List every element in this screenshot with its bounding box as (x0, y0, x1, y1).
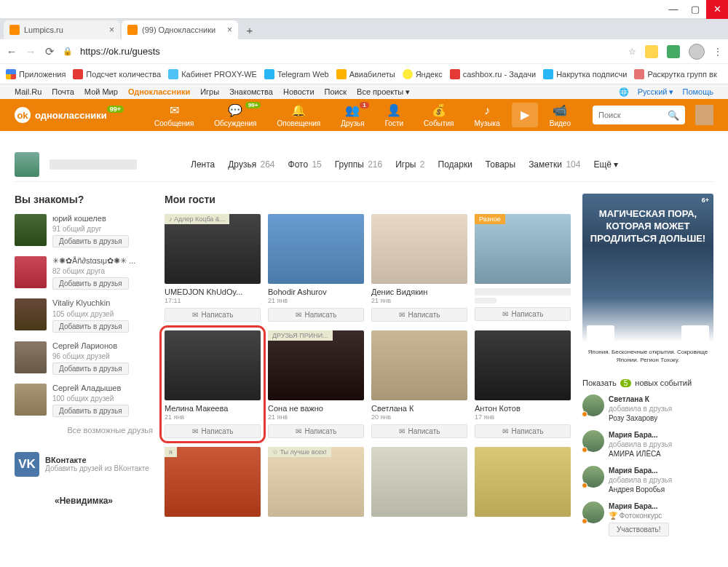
invisible-mode-block[interactable]: «Невидимка» (15, 496, 153, 506)
write-message-button[interactable]: ✉Написать (165, 308, 261, 322)
ad-banner[interactable]: 6+ МАГИЧЕСКАЯ ПОРА, КОТОРАЯ МОЖЕТ ПРОДЛИ… (582, 194, 713, 368)
nav-friends[interactable]: 👥Друзья1 (332, 103, 373, 127)
bookmark-item[interactable]: Яндекс (403, 69, 443, 79)
tab-close-icon[interactable]: × (227, 25, 232, 35)
event-target-link[interactable]: Розу Захарову (609, 414, 657, 422)
tab-games[interactable]: Игры 2 (395, 159, 424, 170)
guest-name[interactable]: Светлана К (371, 404, 467, 413)
search-icon[interactable]: 🔍 (668, 110, 679, 121)
tab-groups[interactable]: Группы 216 (335, 159, 382, 170)
write-message-button[interactable]: ✉Написать (268, 308, 364, 322)
mailru-link[interactable]: Поиск (325, 87, 347, 96)
bookmark-item[interactable]: Telegram Web (264, 69, 329, 79)
guest-photo[interactable] (475, 330, 571, 400)
guest-photo[interactable] (165, 330, 261, 400)
event-avatar[interactable] (582, 501, 604, 523)
tab-close-icon[interactable]: × (109, 25, 114, 35)
participate-button[interactable]: Участвовать! (609, 523, 669, 536)
bookmark-item[interactable]: Подсчет количества (73, 69, 161, 79)
guest-photo[interactable]: Разное (475, 214, 571, 284)
browser-tab[interactable]: Lumpics.ru × (4, 20, 120, 39)
events-header[interactable]: Показать 5 новых событий (582, 378, 713, 387)
guest-photo[interactable] (371, 447, 467, 517)
tab-friends[interactable]: Друзья 264 (228, 159, 274, 170)
guest-name[interactable]: Антон Котов (475, 404, 571, 413)
all-possible-friends-link[interactable]: Все возможные друзья (15, 426, 153, 435)
tab-goods[interactable]: Товары (486, 159, 515, 170)
add-friend-button[interactable]: Добавить в друзья (52, 235, 129, 247)
guest-photo[interactable] (371, 330, 467, 400)
suggestion-name[interactable]: ✳✺✿Åñ∂stαsιμ✿✺✳ ... (52, 256, 153, 266)
guest-photo[interactable]: ДРУЗЬЯ ПРИНИ... (268, 330, 364, 400)
window-maximize[interactable]: ▢ (684, 0, 706, 19)
tab-photo[interactable]: Фото 15 (288, 159, 322, 170)
nav-music[interactable]: ♪Музыка (465, 103, 508, 127)
suggestion-name[interactable]: Сергей Ларионов (52, 341, 153, 351)
suggestion-avatar[interactable] (15, 256, 47, 288)
reload-icon[interactable]: ⟳ (44, 46, 55, 58)
guest-photo-tag[interactable]: Разное (475, 214, 505, 224)
window-close[interactable]: ✕ (706, 0, 728, 19)
guest-photo[interactable] (268, 214, 364, 284)
write-message-button[interactable]: ✉Написать (475, 424, 571, 438)
back-icon[interactable]: ← (6, 46, 17, 58)
guest-name[interactable]: Сона не важно (268, 404, 364, 413)
event-user-name[interactable]: Светлана К (609, 395, 649, 403)
guest-photo[interactable]: ♪ Адлер Коцба &... (165, 214, 261, 284)
nav-play[interactable]: ▶ (512, 103, 538, 127)
profile-avatar[interactable] (15, 152, 39, 177)
mailru-link[interactable]: Почта (52, 87, 74, 96)
suggestion-avatar[interactable] (15, 384, 47, 416)
guest-photo[interactable] (371, 214, 467, 284)
help-link[interactable]: Помощь (683, 87, 714, 96)
tab-more[interactable]: Ещё ▾ (593, 159, 618, 170)
add-friend-button[interactable]: Добавить в друзья (52, 320, 129, 333)
suggestion-name[interactable]: Сергей Аладышев (52, 384, 153, 393)
vk-import-block[interactable]: VK ВКонтакте Добавить друзей из ВКонтакт… (15, 446, 153, 483)
guest-name[interactable]: Мелина Макеева (165, 404, 261, 413)
suggestion-name[interactable]: Vitaliy Klyuchkin (52, 298, 153, 308)
mailru-link[interactable]: Все проекты ▾ (357, 87, 410, 97)
event-user-name[interactable]: Мария Бара... (609, 431, 658, 439)
guest-photo-tag[interactable]: ♪ Адлер Коцба &... (165, 214, 229, 224)
profile-avatar[interactable] (689, 44, 705, 60)
window-minimize[interactable]: ― (662, 0, 684, 19)
nav-notifications[interactable]: 🔔Оповещения (268, 103, 329, 127)
guest-name[interactable]: Bohodir Ashurov (268, 288, 364, 296)
nav-discussions[interactable]: 💬Обсуждения99+ (205, 103, 265, 127)
write-message-button[interactable]: ✉Написать (475, 307, 571, 321)
guest-name[interactable]: UMEDJON KhUdOy... (165, 288, 261, 296)
write-message-button[interactable]: ✉Написать (371, 424, 467, 438)
mailru-link[interactable]: Новости (283, 87, 314, 96)
bookmark-item[interactable]: cashbox.ru - Задачи (450, 69, 537, 79)
write-message-button[interactable]: ✉Написать (165, 424, 261, 438)
write-message-button[interactable]: ✉Написать (268, 424, 364, 438)
tab-gifts[interactable]: Подарки (438, 159, 472, 170)
guest-photo-tag[interactable]: я (165, 447, 177, 457)
tab-notes[interactable]: Заметки 104 (529, 159, 580, 170)
guest-photo[interactable] (475, 447, 571, 517)
menu-icon[interactable]: ⋮ (713, 47, 722, 57)
star-icon[interactable]: ☆ (628, 47, 636, 57)
add-friend-button[interactable]: Добавить в друзья (52, 405, 129, 417)
nav-guests[interactable]: 👤Гости (376, 103, 412, 127)
mailru-link[interactable]: Mail.Ru (15, 87, 41, 96)
tab-feed[interactable]: Лента (191, 159, 215, 170)
url-input[interactable] (80, 43, 621, 60)
event-avatar[interactable] (582, 466, 604, 488)
new-tab-button[interactable]: + (240, 20, 260, 39)
ok-logo[interactable]: ok одноклассники 99+ (15, 107, 128, 123)
search-input[interactable] (598, 111, 668, 119)
forward-icon[interactable]: → (25, 46, 36, 58)
extension-icon[interactable] (667, 45, 680, 58)
write-message-button[interactable]: ✉Написать (371, 308, 467, 322)
event-avatar[interactable] (582, 430, 604, 452)
bookmark-item[interactable]: Раскрутка групп вк (634, 69, 716, 79)
suggestion-name[interactable]: юрий кошелев (52, 214, 153, 223)
mailru-link[interactable]: Знакомства (229, 87, 273, 96)
suggestion-avatar[interactable] (15, 298, 47, 330)
event-target-link[interactable]: АМИРА ИЛЁСА (609, 450, 661, 458)
language-selector[interactable]: Русский ▾ (638, 87, 674, 97)
nav-messages[interactable]: ✉Сообщения (146, 103, 202, 127)
guest-photo[interactable]: я (165, 447, 261, 517)
